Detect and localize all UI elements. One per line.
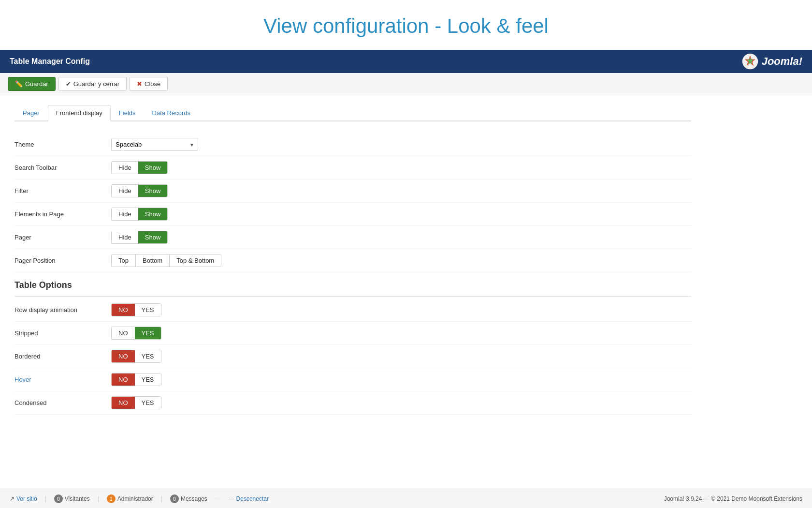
- stripped-label: Stripped: [14, 329, 111, 337]
- hover-row: Hover NO YES: [14, 368, 691, 391]
- theme-select-wrapper: Spacelab Bootstrap Cerulean: [111, 138, 198, 151]
- stripped-toggle: NO YES: [111, 327, 161, 340]
- app-title: Table Manager Config: [10, 57, 90, 66]
- bordered-row: Bordered NO YES: [14, 345, 691, 368]
- filter-show[interactable]: Show: [138, 185, 168, 197]
- table-options-section: Table Options: [14, 272, 691, 294]
- joomla-icon: [741, 53, 759, 70]
- row-animation-no[interactable]: NO: [112, 304, 135, 316]
- theme-label: Theme: [14, 141, 111, 148]
- elements-hide[interactable]: Hide: [112, 208, 138, 220]
- elements-toggle: Hide Show: [111, 208, 168, 221]
- search-toolbar-show[interactable]: Show: [138, 162, 168, 174]
- filter-control: Hide Show: [111, 184, 168, 197]
- condensed-row: Condensed NO YES: [14, 391, 691, 415]
- pager-show[interactable]: Show: [138, 231, 168, 243]
- tab-frontend-display[interactable]: Frontend display: [48, 105, 111, 121]
- theme-control: Spacelab Bootstrap Cerulean: [111, 138, 198, 151]
- position-top[interactable]: Top: [112, 254, 136, 267]
- stripped-row: Stripped NO YES: [14, 322, 691, 345]
- condensed-toggle: NO YES: [111, 396, 161, 409]
- save-close-button[interactable]: ✔ Guardar y cerrar: [58, 77, 127, 91]
- hover-control: NO YES: [111, 373, 161, 386]
- filter-hide[interactable]: Hide: [112, 185, 138, 197]
- row-animation-toggle: NO YES: [111, 303, 161, 316]
- hover-label: Hover: [14, 376, 111, 383]
- page-title: View configuration - Look & feel: [10, 15, 802, 38]
- joomla-logo: Joomla!: [741, 53, 802, 70]
- search-toolbar-hide[interactable]: Hide: [112, 162, 138, 174]
- condensed-no[interactable]: NO: [112, 397, 135, 409]
- condensed-yes[interactable]: YES: [135, 397, 161, 409]
- top-nav: Table Manager Config Joomla!: [0, 50, 812, 73]
- search-toolbar-toggle: Hide Show: [111, 161, 168, 174]
- row-animation-yes[interactable]: YES: [135, 304, 161, 316]
- save-icon: ✏️: [15, 80, 23, 88]
- search-toolbar-row: Search Toolbar Hide Show: [14, 156, 691, 179]
- pager-hide[interactable]: Hide: [112, 231, 138, 243]
- filter-label: Filter: [14, 187, 111, 194]
- main-content: Pager Frontend display Fields Data Recor…: [0, 95, 812, 448]
- pager-control: Hide Show: [111, 231, 168, 244]
- joomla-label: Joomla!: [762, 55, 802, 68]
- elements-control: Hide Show: [111, 208, 168, 221]
- pager-position-row: Pager Position Top Bottom Top & Bottom: [14, 249, 691, 272]
- close-button[interactable]: ✖ Close: [130, 77, 168, 91]
- hover-toggle: NO YES: [111, 373, 161, 386]
- filter-row: Filter Hide Show: [14, 179, 691, 203]
- condensed-label: Condensed: [14, 399, 111, 406]
- row-animation-control: NO YES: [111, 303, 161, 316]
- position-top-bottom[interactable]: Top & Bottom: [170, 254, 221, 267]
- bordered-toggle: NO YES: [111, 350, 161, 363]
- pager-position-group: Top Bottom Top & Bottom: [111, 254, 221, 267]
- row-animation-label: Row display animation: [14, 306, 111, 314]
- condensed-control: NO YES: [111, 396, 161, 409]
- elements-label: Elements in Page: [14, 210, 111, 218]
- tabs: Pager Frontend display Fields Data Recor…: [14, 105, 691, 121]
- theme-row: Theme Spacelab Bootstrap Cerulean: [14, 133, 691, 156]
- tab-fields[interactable]: Fields: [111, 105, 144, 121]
- tab-pager[interactable]: Pager: [14, 105, 48, 121]
- section-divider: [14, 296, 691, 297]
- check-icon: ✔: [66, 80, 71, 88]
- hover-no[interactable]: NO: [112, 374, 135, 386]
- theme-select[interactable]: Spacelab Bootstrap Cerulean: [111, 138, 198, 151]
- save-button[interactable]: ✏️ Guardar: [8, 77, 56, 91]
- position-bottom[interactable]: Bottom: [136, 254, 170, 267]
- pager-row: Pager Hide Show: [14, 226, 691, 249]
- x-icon: ✖: [137, 80, 142, 88]
- search-toolbar-label: Search Toolbar: [14, 164, 111, 171]
- elements-show[interactable]: Show: [138, 208, 168, 220]
- pager-position-control: Top Bottom Top & Bottom: [111, 254, 221, 267]
- tab-data-records[interactable]: Data Records: [144, 105, 199, 121]
- stripped-yes[interactable]: YES: [135, 327, 161, 339]
- bordered-yes[interactable]: YES: [135, 350, 161, 362]
- toolbar: ✏️ Guardar ✔ Guardar y cerrar ✖ Close: [0, 73, 812, 95]
- pager-position-label: Pager Position: [14, 257, 111, 264]
- bordered-no[interactable]: NO: [112, 350, 135, 362]
- page-title-bar: View configuration - Look & feel: [0, 0, 812, 50]
- elements-row: Elements in Page Hide Show: [14, 203, 691, 226]
- bordered-label: Bordered: [14, 353, 111, 360]
- content-area: Pager Frontend display Fields Data Recor…: [14, 105, 691, 439]
- pager-label: Pager: [14, 234, 111, 241]
- stripped-control: NO YES: [111, 327, 161, 340]
- filter-toggle: Hide Show: [111, 184, 168, 197]
- pager-toggle: Hide Show: [111, 231, 168, 244]
- bordered-control: NO YES: [111, 350, 161, 363]
- search-toolbar-control: Hide Show: [111, 161, 168, 174]
- row-animation-row: Row display animation NO YES: [14, 299, 691, 322]
- stripped-no[interactable]: NO: [112, 327, 135, 339]
- hover-yes[interactable]: YES: [135, 374, 161, 386]
